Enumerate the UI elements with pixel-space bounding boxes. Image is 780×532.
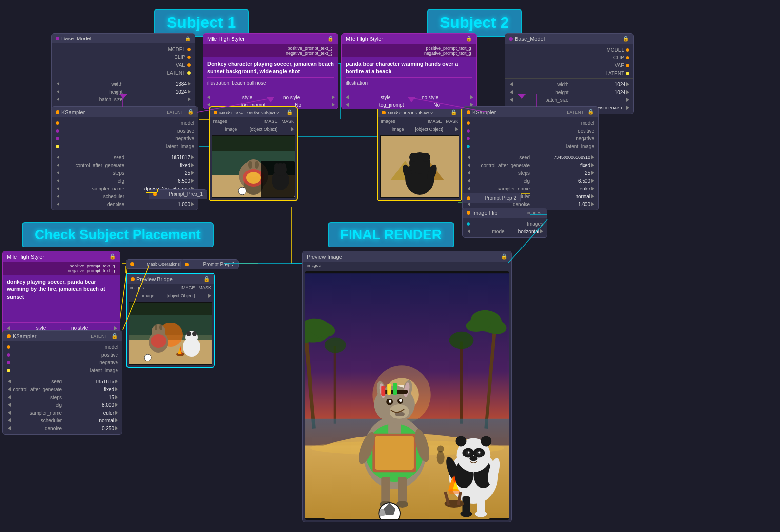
final-render-svg [305,273,509,519]
mask-ops-title: Mask Operations [147,262,180,266]
mhs3-title: Mile High Styler [7,254,44,260]
mhs2-style-label: style [381,95,391,100]
ks1-model-label: model [61,120,194,126]
ksampler1-latent-out: LATENT [167,110,183,114]
svg-rect-101 [381,386,385,396]
mhs1-body: Donkey character playing soccer, jamaica… [203,57,338,90]
ks2-sampler: sampler_name euler [463,185,598,192]
lock-icon-mhs1: 🔒 [327,36,334,42]
ks1-cfg: cfg 6.500 [52,177,198,185]
preview-image-node: Preview Image 🔒 images [302,251,512,522]
mhs1-negative-prompt: illustration, beach ball nose [207,80,334,87]
mask-loc-preview [212,135,295,198]
latent-conn [187,71,191,75]
base-model-1-body: MODEL CLIP VAE LATENT width 1384 [52,43,195,113]
mhs2-tog-row: tog_prompt No [342,101,476,109]
svg-point-47 [159,324,162,330]
svg-point-133 [437,451,445,464]
svg-point-51 [186,331,191,336]
svg-point-91 [399,412,405,416]
mhs1-style-label: style [242,95,253,100]
mhs1-positive-prompt: Donkey character playing soccer, jamaica… [207,60,334,76]
mhs2-negative-prompt: illustration [346,80,472,87]
svg-point-99 [399,399,402,401]
svg-point-29 [274,163,279,168]
ks1-cag: control_after_generate fixed [52,161,198,169]
pp2-header: Prompt Prep 2 [463,193,520,203]
mask-cutout-node: Mask Cut out Subject 2 🔒 Images IMAGE MA… [377,106,462,201]
ksampler2-header: KSampler LATENT 🔒 [463,107,598,117]
svg-point-98 [389,399,391,402]
pi-title: Preview Image [307,254,342,260]
vae-label: VAE [56,62,185,68]
ksampler2-title: KSampler [472,109,496,115]
svg-point-134 [437,445,444,452]
prompt-prep-3-node: Prompt Prep 3 [180,259,239,269]
ks2-seed: seed 734500006168910 [463,153,598,161]
mask-operations-node: Mask Operations [126,259,184,269]
ks1-denoise-label: denoise [60,202,124,207]
svg-point-46 [155,324,157,330]
height-label: height [60,89,123,95]
width-row: width 1384 [52,80,195,88]
base-model-row-latent: LATENT [52,69,195,76]
pb-image-row: image [object Object] [127,292,214,300]
subject1-label: Subject 1 [154,9,249,37]
lock-icon-ks3: 🔒 [111,333,118,339]
svg-rect-103 [393,383,397,395]
mhs3-body: donkey playing soccer, panda bear warmin… [3,275,120,320]
ks1-neg-in [56,137,59,140]
base-model-row-model: MODEL [52,45,195,53]
svg-point-56 [144,354,151,361]
mask-cut-title: Mask Cut out Subject 2 [388,111,433,115]
mhs3-out-row: positive_prompt_text_g negative_prompt_t… [3,262,120,275]
ks1-lat-label: latent_image [61,144,194,149]
mhs2-positive-prompt: panda bear character warming hands over … [346,60,472,76]
prompt-prep-1-node: Prompt_Prep_1 [149,189,207,199]
bm2-width: width 1024 [505,80,633,88]
bm2-clip-out [626,56,629,59]
final-render-preview [305,271,509,520]
svg-point-72 [325,337,346,353]
mhs2-tog-label: tog_prompt [379,102,404,108]
ks2-cfg: cfg 6.500 [463,177,598,185]
svg-point-37 [422,153,430,162]
pi-images-row: images [303,262,511,269]
svg-point-132 [448,489,460,494]
svg-point-70 [449,331,474,349]
clip-label: CLIP [56,55,185,60]
ksampler-3-node: KSampler LATENT 🔒 model positive negativ… [2,330,122,435]
pb-io: images IMAGE MASK [127,284,214,292]
pi-header: Preview Image 🔒 [303,251,511,262]
image-flip-title: Image Flip [472,210,497,216]
lock-icon-pi: 🔒 [501,253,507,260]
image-flip-header: Image Flip images [463,208,547,218]
connector-1 [119,94,127,99]
connector-mhs1 [267,97,274,102]
bm2-vae: VAE [505,61,633,69]
svg-point-22 [255,161,259,169]
svg-rect-71 [334,346,336,423]
ks2-positive: positive [463,127,598,134]
mask-loc-image-row: image [object Object] [210,125,297,133]
base-model-2-node: Base_Model 🔒 MODEL CLIP VAE LATENT [505,33,634,114]
svg-point-121 [468,451,469,453]
width-label: width [60,81,123,87]
ks1-cag-label: control_after_generate [60,163,124,168]
svg-point-123 [456,436,467,446]
svg-point-122 [478,451,480,453]
ksampler3-header: KSampler LATENT 🔒 [3,331,122,341]
ks1-model: model [52,119,198,127]
pp3-header: Prompt Prep 3 [181,260,238,269]
vae-conn [187,63,191,67]
lock-icon-1: 🔒 [185,36,191,41]
base-model-1-title: Base_Model [61,36,91,41]
connector-bm2 [518,94,526,99]
lock-mask-loc: 🔒 [286,109,293,115]
ksampler1-header: KSampler LATENT 🔒 [52,107,198,117]
svg-rect-81 [381,477,390,504]
pp1-title: Prompt_Prep_1 [169,191,203,197]
ks2-latent: latent_image [463,142,598,150]
svg-point-125 [469,456,477,461]
mask-loc-title: Mask LOCATION for Subject 2 [219,111,279,115]
